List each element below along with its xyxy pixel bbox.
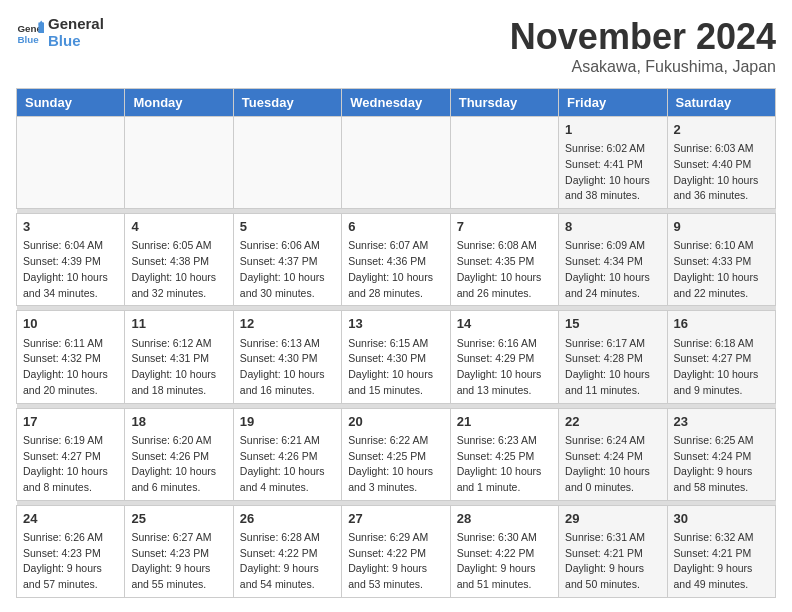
calendar-cell (125, 117, 233, 209)
day-number: 9 (674, 218, 769, 236)
calendar-title: November 2024 (510, 16, 776, 58)
calendar-cell: 25Sunrise: 6:27 AM Sunset: 4:23 PM Dayli… (125, 505, 233, 597)
header-sunday: Sunday (17, 89, 125, 117)
day-info: Sunrise: 6:09 AM Sunset: 4:34 PM Dayligh… (565, 238, 660, 301)
calendar-cell (450, 117, 558, 209)
calendar-cell: 24Sunrise: 6:26 AM Sunset: 4:23 PM Dayli… (17, 505, 125, 597)
calendar-cell: 2Sunrise: 6:03 AM Sunset: 4:40 PM Daylig… (667, 117, 775, 209)
day-number: 12 (240, 315, 335, 333)
day-info: Sunrise: 6:30 AM Sunset: 4:22 PM Dayligh… (457, 530, 552, 593)
header-monday: Monday (125, 89, 233, 117)
day-number: 6 (348, 218, 443, 236)
day-info: Sunrise: 6:22 AM Sunset: 4:25 PM Dayligh… (348, 433, 443, 496)
day-info: Sunrise: 6:31 AM Sunset: 4:21 PM Dayligh… (565, 530, 660, 593)
day-info: Sunrise: 6:04 AM Sunset: 4:39 PM Dayligh… (23, 238, 118, 301)
calendar-cell: 4Sunrise: 6:05 AM Sunset: 4:38 PM Daylig… (125, 214, 233, 306)
calendar-cell (342, 117, 450, 209)
day-number: 21 (457, 413, 552, 431)
calendar-cell: 23Sunrise: 6:25 AM Sunset: 4:24 PM Dayli… (667, 408, 775, 500)
day-info: Sunrise: 6:28 AM Sunset: 4:22 PM Dayligh… (240, 530, 335, 593)
day-number: 29 (565, 510, 660, 528)
day-info: Sunrise: 6:12 AM Sunset: 4:31 PM Dayligh… (131, 336, 226, 399)
day-number: 17 (23, 413, 118, 431)
logo: General Blue General Blue (16, 16, 104, 49)
day-info: Sunrise: 6:24 AM Sunset: 4:24 PM Dayligh… (565, 433, 660, 496)
day-info: Sunrise: 6:32 AM Sunset: 4:21 PM Dayligh… (674, 530, 769, 593)
calendar-cell: 28Sunrise: 6:30 AM Sunset: 4:22 PM Dayli… (450, 505, 558, 597)
calendar-cell: 5Sunrise: 6:06 AM Sunset: 4:37 PM Daylig… (233, 214, 341, 306)
header-saturday: Saturday (667, 89, 775, 117)
day-info: Sunrise: 6:07 AM Sunset: 4:36 PM Dayligh… (348, 238, 443, 301)
logo-blue: Blue (48, 33, 104, 50)
day-number: 4 (131, 218, 226, 236)
calendar-cell: 8Sunrise: 6:09 AM Sunset: 4:34 PM Daylig… (559, 214, 667, 306)
day-info: Sunrise: 6:20 AM Sunset: 4:26 PM Dayligh… (131, 433, 226, 496)
header-friday: Friday (559, 89, 667, 117)
calendar-cell: 15Sunrise: 6:17 AM Sunset: 4:28 PM Dayli… (559, 311, 667, 403)
day-info: Sunrise: 6:26 AM Sunset: 4:23 PM Dayligh… (23, 530, 118, 593)
calendar-week-row: 3Sunrise: 6:04 AM Sunset: 4:39 PM Daylig… (17, 214, 776, 306)
day-info: Sunrise: 6:18 AM Sunset: 4:27 PM Dayligh… (674, 336, 769, 399)
calendar-cell: 9Sunrise: 6:10 AM Sunset: 4:33 PM Daylig… (667, 214, 775, 306)
day-number: 26 (240, 510, 335, 528)
calendar-week-row: 1Sunrise: 6:02 AM Sunset: 4:41 PM Daylig… (17, 117, 776, 209)
title-section: November 2024 Asakawa, Fukushima, Japan (510, 16, 776, 76)
day-info: Sunrise: 6:19 AM Sunset: 4:27 PM Dayligh… (23, 433, 118, 496)
day-number: 13 (348, 315, 443, 333)
calendar-cell: 3Sunrise: 6:04 AM Sunset: 4:39 PM Daylig… (17, 214, 125, 306)
day-info: Sunrise: 6:03 AM Sunset: 4:40 PM Dayligh… (674, 141, 769, 204)
header-thursday: Thursday (450, 89, 558, 117)
day-info: Sunrise: 6:27 AM Sunset: 4:23 PM Dayligh… (131, 530, 226, 593)
day-number: 14 (457, 315, 552, 333)
header-wednesday: Wednesday (342, 89, 450, 117)
day-info: Sunrise: 6:16 AM Sunset: 4:29 PM Dayligh… (457, 336, 552, 399)
calendar-cell: 16Sunrise: 6:18 AM Sunset: 4:27 PM Dayli… (667, 311, 775, 403)
calendar-cell: 27Sunrise: 6:29 AM Sunset: 4:22 PM Dayli… (342, 505, 450, 597)
day-info: Sunrise: 6:13 AM Sunset: 4:30 PM Dayligh… (240, 336, 335, 399)
day-number: 18 (131, 413, 226, 431)
calendar-cell (233, 117, 341, 209)
calendar-cell: 21Sunrise: 6:23 AM Sunset: 4:25 PM Dayli… (450, 408, 558, 500)
day-number: 25 (131, 510, 226, 528)
calendar-cell: 17Sunrise: 6:19 AM Sunset: 4:27 PM Dayli… (17, 408, 125, 500)
day-number: 27 (348, 510, 443, 528)
day-number: 15 (565, 315, 660, 333)
calendar-cell: 29Sunrise: 6:31 AM Sunset: 4:21 PM Dayli… (559, 505, 667, 597)
calendar-cell: 6Sunrise: 6:07 AM Sunset: 4:36 PM Daylig… (342, 214, 450, 306)
day-info: Sunrise: 6:21 AM Sunset: 4:26 PM Dayligh… (240, 433, 335, 496)
calendar-week-row: 17Sunrise: 6:19 AM Sunset: 4:27 PM Dayli… (17, 408, 776, 500)
day-number: 19 (240, 413, 335, 431)
day-number: 3 (23, 218, 118, 236)
calendar-week-row: 10Sunrise: 6:11 AM Sunset: 4:32 PM Dayli… (17, 311, 776, 403)
calendar-cell: 12Sunrise: 6:13 AM Sunset: 4:30 PM Dayli… (233, 311, 341, 403)
day-number: 16 (674, 315, 769, 333)
calendar-cell: 11Sunrise: 6:12 AM Sunset: 4:31 PM Dayli… (125, 311, 233, 403)
header: General Blue General Blue November 2024 … (16, 16, 776, 76)
day-info: Sunrise: 6:08 AM Sunset: 4:35 PM Dayligh… (457, 238, 552, 301)
calendar-cell: 19Sunrise: 6:21 AM Sunset: 4:26 PM Dayli… (233, 408, 341, 500)
day-number: 7 (457, 218, 552, 236)
calendar-week-row: 24Sunrise: 6:26 AM Sunset: 4:23 PM Dayli… (17, 505, 776, 597)
day-number: 8 (565, 218, 660, 236)
day-number: 23 (674, 413, 769, 431)
day-number: 20 (348, 413, 443, 431)
day-info: Sunrise: 6:02 AM Sunset: 4:41 PM Dayligh… (565, 141, 660, 204)
calendar-cell: 7Sunrise: 6:08 AM Sunset: 4:35 PM Daylig… (450, 214, 558, 306)
day-info: Sunrise: 6:05 AM Sunset: 4:38 PM Dayligh… (131, 238, 226, 301)
logo-icon: General Blue (16, 19, 44, 47)
day-info: Sunrise: 6:10 AM Sunset: 4:33 PM Dayligh… (674, 238, 769, 301)
day-number: 10 (23, 315, 118, 333)
day-number: 28 (457, 510, 552, 528)
calendar-cell: 26Sunrise: 6:28 AM Sunset: 4:22 PM Dayli… (233, 505, 341, 597)
day-info: Sunrise: 6:11 AM Sunset: 4:32 PM Dayligh… (23, 336, 118, 399)
day-info: Sunrise: 6:17 AM Sunset: 4:28 PM Dayligh… (565, 336, 660, 399)
calendar-cell: 10Sunrise: 6:11 AM Sunset: 4:32 PM Dayli… (17, 311, 125, 403)
calendar-cell: 13Sunrise: 6:15 AM Sunset: 4:30 PM Dayli… (342, 311, 450, 403)
day-number: 11 (131, 315, 226, 333)
svg-text:Blue: Blue (17, 33, 39, 44)
calendar-subtitle: Asakawa, Fukushima, Japan (510, 58, 776, 76)
day-number: 24 (23, 510, 118, 528)
day-number: 1 (565, 121, 660, 139)
day-number: 30 (674, 510, 769, 528)
day-info: Sunrise: 6:06 AM Sunset: 4:37 PM Dayligh… (240, 238, 335, 301)
